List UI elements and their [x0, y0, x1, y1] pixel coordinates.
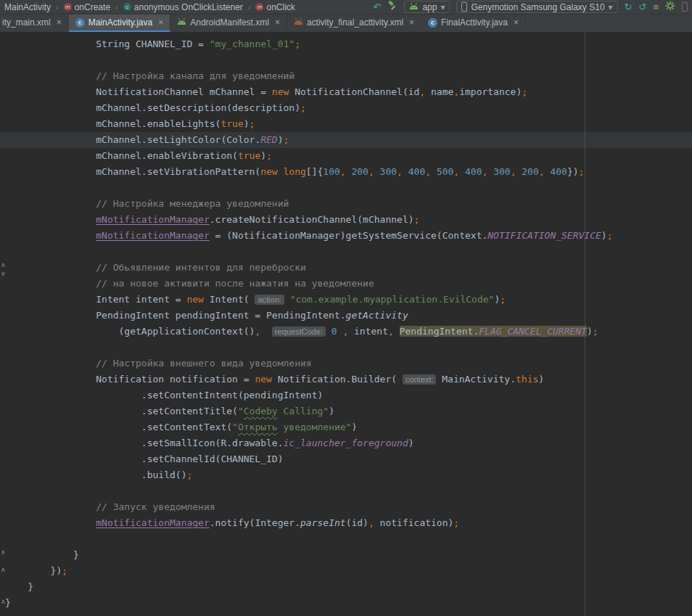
code-token: NOTIFICATION_SERVICE	[487, 230, 601, 241]
code-line[interactable]	[0, 483, 692, 499]
close-icon[interactable]: ×	[57, 17, 62, 28]
code-line[interactable]: // на новое активити после нажатия на ув…	[0, 276, 692, 292]
code-line[interactable]: });	[0, 563, 692, 579]
code-token: Notification notification =	[5, 374, 255, 385]
code-line[interactable]: mNotificationManager.createNotificationC…	[0, 212, 692, 228]
tab-androidmanifest-xml[interactable]: AndroidManifest.xml ×	[170, 15, 287, 32]
code-line[interactable]: }	[0, 595, 692, 611]
code-token: "	[232, 422, 238, 432]
code-line[interactable]: // Запуск уведомления	[0, 499, 692, 515]
fold-marker-icon[interactable]: ∧	[1, 599, 6, 605]
undo-icon[interactable]: ↶	[373, 2, 381, 12]
fold-marker-icon[interactable]: ∧	[1, 567, 6, 573]
code-area: String CHANNEL_ID = "my_channel_01"; // …	[0, 36, 692, 611]
code-token: 300	[493, 166, 510, 177]
code-token: mNotificationManager	[96, 230, 210, 241]
code-line[interactable]: // Обьявление интентов для переброски	[0, 260, 692, 276]
tab-finalacttivity-java[interactable]: c FinalActtivity.java ×	[421, 15, 526, 32]
code-line[interactable]: Intent intent = new Intent( action: "com…	[0, 292, 692, 308]
tab-label: activity_final_acttivity.xml	[307, 17, 403, 28]
code-token: NotificationChannel mChannel =	[5, 86, 272, 97]
code-token: (getApplicationContext()	[5, 326, 255, 337]
breadcrumb-class[interactable]: MainActivity	[4, 2, 51, 12]
code-line[interactable]	[0, 531, 692, 547]
breadcrumb-oncreate[interactable]: m onCreate	[64, 2, 110, 12]
code-token: new	[260, 166, 277, 177]
code-token: importance)	[459, 86, 522, 97]
code-line[interactable]: }	[0, 547, 692, 563]
code-token: NotificationChannel(id	[289, 86, 419, 97]
code-line[interactable]: mChannel.setVibrationPattern(new long[]{…	[0, 164, 692, 180]
build-hammer-icon[interactable]	[387, 1, 398, 13]
sdk-manager-gear-icon[interactable]	[665, 1, 675, 13]
attach-debugger-icon[interactable]: ↺	[639, 2, 647, 12]
fold-marker-icon[interactable]: ∧	[1, 262, 6, 268]
code-token: new	[186, 294, 203, 305]
code-token: }	[5, 597, 11, 608]
code-line[interactable]: mChannel.setDescription(description);	[0, 100, 692, 116]
code-line[interactable]	[0, 52, 692, 68]
android-file-icon	[177, 17, 186, 28]
code-line[interactable]: .build();	[0, 467, 692, 483]
run-configuration-label: app	[422, 2, 437, 12]
code-line[interactable]: .setContentTitle("Codeby Calling")	[0, 403, 692, 419]
code-line[interactable]: (getApplicationContext(), requestCode: 0…	[0, 324, 692, 340]
code-token	[5, 230, 96, 241]
run-configuration-select[interactable]: app ▾	[404, 1, 450, 13]
code-line[interactable]: mNotificationManager = (NotificationMana…	[0, 228, 692, 244]
tab-activity-main-xml[interactable]: ity_main.xml ×	[0, 15, 69, 32]
code-line[interactable]: // Настройка внешнего вида уведомления	[0, 356, 692, 371]
breadcrumb-label: onClick	[266, 2, 294, 12]
code-token: .setContentTitle(	[5, 406, 238, 416]
close-icon[interactable]: ×	[514, 17, 519, 28]
code-line[interactable]	[0, 180, 692, 196]
code-line[interactable]: mChannel.setLightColor(Color.RED);	[0, 132, 692, 148]
code-token: Intent intent =	[5, 294, 186, 305]
code-token	[278, 166, 284, 177]
gradle-sync-icon[interactable]: ↻	[625, 2, 633, 12]
code-line[interactable]: String CHANNEL_ID = "my_channel_01";	[0, 36, 692, 52]
code-token: .createNotificationChannel(mChannel)	[210, 214, 414, 225]
avd-manager-icon[interactable]	[682, 2, 688, 12]
code-line[interactable]: PendingIntent pendingIntent = PendingInt…	[0, 308, 692, 324]
code-line[interactable]: .setChannelId(CHANNEL_ID)	[0, 451, 692, 467]
code-token: "my_channel_01"	[210, 38, 294, 49]
close-icon[interactable]: ×	[409, 17, 414, 28]
tab-mainactivity-java[interactable]: c MainActivity.java ×	[69, 15, 171, 32]
breadcrumb-onclick[interactable]: m onClick	[255, 2, 294, 12]
code-token: "	[238, 406, 244, 416]
code-line[interactable]: .setSmallIcon(R.drawable.ic_launcher_for…	[0, 435, 692, 451]
fold-marker-icon[interactable]: ∨	[1, 271, 6, 277]
code-line[interactable]: .setContentText("Открыть уведомление")	[0, 419, 692, 435]
code-line[interactable]: NotificationChannel mChannel = new Notif…	[0, 84, 692, 100]
breadcrumb-anonymous-class[interactable]: c anonymous OnClickListener	[123, 2, 243, 12]
breadcrumb-label: onCreate	[75, 2, 110, 12]
close-icon[interactable]: ×	[158, 17, 163, 28]
code-line[interactable]: // Настройка менеджера уведомлений	[0, 196, 692, 212]
code-token: ;	[294, 38, 300, 49]
code-line[interactable]: // Настройка канала для уведомлений	[0, 68, 692, 84]
code-line[interactable]: mNotificationManager.notify(Integer.pars…	[0, 515, 692, 531]
code-token: ,	[425, 166, 431, 177]
device-select[interactable]: Genymotion Samsung Galaxy S10 ▾	[456, 1, 617, 13]
method-icon: m	[64, 3, 72, 11]
code-token: PendingIntent pendingIntent = PendingInt…	[5, 310, 346, 321]
close-icon[interactable]: ×	[275, 17, 280, 28]
code-line[interactable]: mChannel.enableVibration(true);	[0, 148, 692, 164]
code-token	[394, 326, 400, 337]
code-token: 500	[437, 166, 453, 177]
code-token: ,	[340, 166, 346, 177]
code-line[interactable]: Notification notification = new Notifica…	[0, 371, 692, 387]
tab-activity-final-acttivity-xml[interactable]: activity_final_acttivity.xml ×	[287, 15, 421, 32]
parameter-hint: requestCode:	[272, 327, 326, 337]
logcat-icon[interactable]: ≡	[653, 2, 659, 12]
fold-marker-icon[interactable]: ∧	[1, 549, 6, 556]
code-line[interactable]: .setContentIntent(pendingIntent)	[0, 387, 692, 403]
code-line[interactable]: }	[0, 579, 692, 595]
editor-tab-bar: ity_main.xml × c MainActivity.java × And…	[0, 15, 692, 33]
code-token	[374, 166, 380, 177]
code-token: mChannel.enableVibration(	[5, 150, 238, 161]
code-line[interactable]: mChannel.enableLights(true);	[0, 116, 692, 132]
code-line[interactable]	[0, 340, 692, 356]
code-line[interactable]	[0, 244, 692, 260]
